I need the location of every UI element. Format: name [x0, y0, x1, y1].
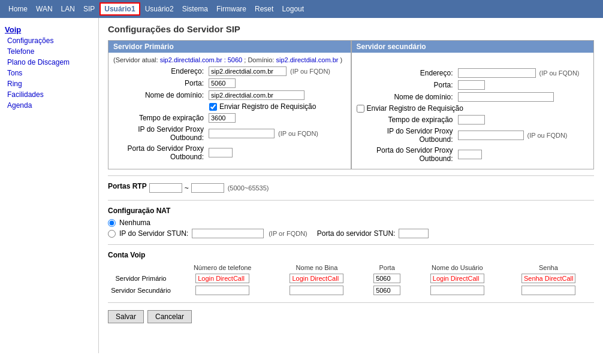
- conta-primary-pass-input[interactable]: [521, 274, 575, 283]
- col-pass-header: Senha: [503, 263, 594, 272]
- nat-stun-label: IP do Servidor STUN:: [119, 229, 188, 238]
- current-server-link[interactable]: sip2.directdial.com.br : 5060: [160, 56, 243, 63]
- divider-4: [108, 302, 594, 303]
- secondary-register-row: Enviar Registro de Requisição: [357, 104, 589, 113]
- nav-sistema[interactable]: Sistema: [179, 4, 212, 14]
- secondary-domain-input[interactable]: [458, 92, 554, 102]
- sidebar-item-agenda[interactable]: Agenda: [0, 100, 98, 111]
- secondary-server-body: placeholder Endereço: (IP ou FQDN) Porta…: [352, 53, 594, 169]
- secondary-port-input[interactable]: [458, 80, 485, 90]
- sidebar-item-telefone[interactable]: Telefone: [0, 46, 98, 57]
- nat-stun-hint: (IP or FQDN): [269, 230, 307, 237]
- col-bina-header: Nome no Bina: [271, 263, 362, 272]
- rtp-section: Portas RTP ~ (5000~65535): [108, 182, 594, 194]
- secondary-domain-label: Nome de domínio:: [357, 93, 456, 101]
- nat-option1-row: Nenhuma: [108, 219, 594, 227]
- cancel-button[interactable]: Cancelar: [147, 310, 192, 323]
- primary-domain-row: Nome de domínio:: [113, 90, 346, 100]
- secondary-proxy-port-label: Porta do Servidor Proxy Outbound:: [357, 146, 456, 163]
- primary-address-input[interactable]: [209, 66, 287, 76]
- primary-register-checkbox[interactable]: [209, 103, 217, 111]
- sidebar-item-ring[interactable]: Ring: [0, 78, 98, 89]
- primary-proxy-port-input[interactable]: [209, 148, 233, 157]
- nav-reset[interactable]: Reset: [251, 4, 277, 14]
- current-domain-link[interactable]: sip2.directdial.com.br: [276, 56, 339, 63]
- conta-primary-bina-input[interactable]: [290, 274, 343, 283]
- nav-sip[interactable]: SIP: [80, 4, 98, 14]
- conta-primary-port-input[interactable]: [373, 274, 400, 283]
- primary-port-input[interactable]: [209, 78, 236, 88]
- secondary-expire-label: Tempo de expiração: [357, 116, 456, 124]
- sidebar-item-configuracoes[interactable]: Configurações: [0, 35, 98, 46]
- primary-address-hint: (IP ou FQDN): [290, 68, 330, 75]
- secondary-expire-input[interactable]: [458, 115, 485, 125]
- secondary-address-label: Endereço:: [357, 69, 456, 77]
- nat-none-label: Nenhuma: [119, 219, 150, 227]
- nav-usuario2[interactable]: Usuário2: [141, 4, 177, 14]
- secondary-proxy-hint: (IP ou FQDN): [527, 132, 568, 139]
- conta-primary-label: Servidor Primário: [108, 272, 174, 284]
- primary-proxy-row: IP do Servidor Proxy Outbound: (IP ou FQ…: [113, 125, 346, 142]
- nat-stun-ip-input[interactable]: [192, 229, 264, 238]
- rtp-tilde: ~: [185, 184, 189, 192]
- primary-proxy-port-label: Porta do Servidor Proxy Outbound:: [113, 144, 206, 161]
- sidebar-header-voip[interactable]: Voip: [0, 23, 98, 35]
- rtp-start-input[interactable]: [149, 183, 182, 193]
- col-port-header: Porta: [363, 263, 412, 272]
- secondary-proxy-port-row: Porta do Servidor Proxy Outbound:: [357, 146, 589, 163]
- nav-firmware[interactable]: Firmware: [213, 4, 250, 14]
- secondary-address-input[interactable]: [458, 68, 536, 78]
- nat-title: Configuração NAT: [108, 207, 594, 215]
- secondary-register-label: Enviar Registro de Requisição: [367, 104, 463, 113]
- secondary-register-checkbox[interactable]: [357, 105, 364, 113]
- primary-server-header: Servidor Primário: [108, 41, 351, 53]
- conta-secondary-port-input[interactable]: [373, 286, 400, 295]
- sidebar-item-tons[interactable]: Tons: [0, 68, 98, 78]
- top-navigation: Home WAN LAN SIP Usuário1 Usuário2 Siste…: [0, 0, 603, 18]
- conta-secondary-bina-input[interactable]: [290, 286, 343, 295]
- conta-secondary-user-input[interactable]: [430, 286, 484, 295]
- primary-server-block: Servidor Primário (Servidor atual: sip2.…: [108, 40, 351, 169]
- nat-stun-radio[interactable]: [108, 230, 116, 238]
- primary-proxy-input[interactable]: [209, 129, 275, 138]
- conta-primary-user-input[interactable]: [430, 274, 484, 283]
- conta-secondary-pass-input[interactable]: [521, 286, 575, 295]
- primary-register-row: Enviar Registro de Requisição: [113, 102, 346, 111]
- secondary-domain-row: Nome de domínio:: [357, 92, 589, 102]
- secondary-proxy-row: IP do Servidor Proxy Outbound: (IP ou FQ…: [357, 127, 589, 144]
- divider-3: [108, 244, 594, 245]
- rtp-hint: (5000~65535): [228, 184, 269, 192]
- conta-row-primary: Servidor Primário: [108, 272, 594, 284]
- primary-port-label: Porta:: [113, 79, 206, 87]
- conta-secondary-label: Servidor Secundário: [108, 284, 174, 296]
- nat-section: Configuração NAT Nenhuma IP do Servidor …: [108, 207, 594, 238]
- primary-expire-input[interactable]: [209, 113, 236, 123]
- conta-primary-phone-input[interactable]: [195, 274, 249, 283]
- secondary-expire-row: Tempo de expiração: [357, 115, 589, 125]
- sidebar: Voip Configurações Telefone Plano de Dis…: [0, 18, 99, 353]
- secondary-proxy-port-input[interactable]: [458, 150, 482, 159]
- nat-option2-row: IP do Servidor STUN: (IP or FQDN) Porta …: [108, 229, 594, 238]
- nav-home[interactable]: Home: [5, 4, 31, 14]
- conta-secondary-phone-input[interactable]: [195, 286, 249, 295]
- save-button[interactable]: Salvar: [108, 310, 144, 323]
- sidebar-item-facilidades[interactable]: Facilidades: [0, 89, 98, 100]
- nav-lan[interactable]: LAN: [58, 4, 79, 14]
- main-content: Configurações do Servidor SIP Servidor P…: [99, 18, 603, 353]
- nav-wan[interactable]: WAN: [32, 4, 56, 14]
- main-layout: Voip Configurações Telefone Plano de Dis…: [0, 18, 603, 353]
- col-user-header: Nome do Usuário: [412, 263, 503, 272]
- sidebar-item-plano-discagem[interactable]: Plano de Discagem: [0, 57, 98, 68]
- nat-none-radio[interactable]: [108, 219, 116, 227]
- rtp-end-input[interactable]: [191, 183, 224, 193]
- secondary-proxy-input[interactable]: [458, 131, 524, 140]
- nat-stun-port-input[interactable]: [399, 229, 429, 238]
- nav-usuario1[interactable]: Usuário1: [100, 2, 140, 16]
- secondary-proxy-label: IP do Servidor Proxy Outbound:: [357, 127, 456, 144]
- primary-domain-input[interactable]: [209, 90, 304, 100]
- conta-voip-section: Conta Voip Número de telefone Nome no Bi…: [108, 251, 594, 296]
- secondary-port-label: Porta:: [357, 81, 456, 89]
- primary-proxy-label: IP do Servidor Proxy Outbound:: [113, 125, 206, 142]
- primary-proxy-hint: (IP ou FQDN): [278, 130, 318, 137]
- nav-logout[interactable]: Logout: [278, 4, 307, 14]
